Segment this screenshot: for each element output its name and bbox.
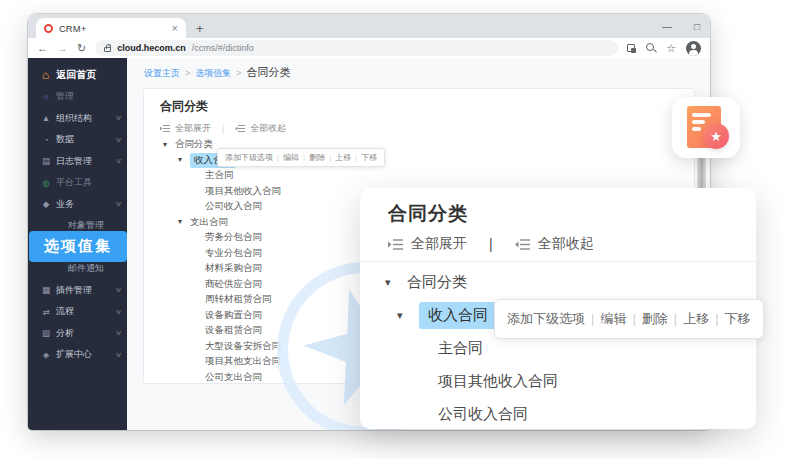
expand-all-button[interactable]: 全部展开: [175, 122, 211, 135]
node-action-button[interactable]: 下移: [351, 153, 377, 162]
sidebar-item[interactable]: ◈ 扩展中心 ∨: [28, 344, 127, 366]
back-button[interactable]: ←: [37, 43, 48, 54]
sidebar-item-label: 管理: [56, 90, 74, 103]
node-action-button[interactable]: 添加下级选项: [507, 311, 585, 326]
tree-node-label: 收入合同: [419, 302, 497, 329]
sidebar-item-label: 日志管理: [56, 155, 92, 168]
expand-all-icon: [160, 124, 170, 133]
zoom-icon[interactable]: [646, 43, 656, 53]
node-action-button[interactable]: 删除: [299, 153, 325, 162]
sidebar-item-label: 平台工具: [56, 176, 92, 189]
tree-expand-arrow-icon[interactable]: ▾: [397, 310, 411, 321]
forward-button[interactable]: →: [57, 43, 68, 54]
collapse-all-icon: [235, 124, 245, 133]
sidebar-item[interactable]: ▤ 日志管理 ∨: [28, 151, 127, 173]
tree-node-label: 合同分类: [407, 273, 467, 292]
tree-node-label: 合同分类: [175, 138, 213, 151]
page-title: 合同分类: [160, 98, 208, 115]
feature-icon-card: ★: [672, 97, 740, 158]
tree-node-label: 支出合同: [190, 216, 228, 229]
collapse-all-button[interactable]: 全部收起: [538, 235, 594, 253]
window-minimize-button[interactable]: —: [662, 21, 672, 32]
tree-node-label: 材料采购合同: [205, 262, 262, 275]
tree-node[interactable]: ▾ 主合同: [160, 168, 686, 184]
collapse-all-button[interactable]: 全部收起: [250, 122, 286, 135]
sidebar-item[interactable]: ▦ 插件管理 ∨: [28, 280, 127, 302]
chevron-down-icon: ∨: [115, 200, 122, 208]
tree-node-label: 公司收入合同: [205, 200, 262, 213]
breadcrumb: 设置主页 > 选项值集 > 合同分类: [144, 65, 291, 80]
tree-node[interactable]: ▾ 公司收入合同: [360, 398, 756, 431]
org-structure-icon: ▲: [40, 114, 52, 123]
node-action-button[interactable]: 添加下级选项: [225, 153, 273, 162]
node-action-button[interactable]: 编辑: [273, 153, 299, 162]
sidebar-item[interactable]: ◆ 业务 ∨: [28, 194, 127, 216]
tree-node-label: 商砼供应合同: [205, 278, 262, 291]
controls-divider: |: [222, 124, 224, 134]
collapse-all-icon: [515, 238, 530, 251]
sidebar-item[interactable]: ○ 管理 ∨: [28, 86, 127, 108]
node-action-toolbar: 添加下级选项编辑删除上移下移: [494, 299, 764, 339]
breadcrumb-separator: >: [236, 68, 241, 78]
crm-favicon-icon: [44, 24, 53, 33]
node-action-button[interactable]: 删除: [626, 311, 667, 326]
tree-expand-arrow-icon[interactable]: ▾: [385, 277, 399, 288]
expand-all-button[interactable]: 全部展开: [411, 235, 467, 253]
url-host: cloud.hecom.cn: [117, 43, 186, 53]
tree-node-label: 劳务分包合同: [205, 231, 262, 244]
sidebar-item[interactable]: ◔ 数据 ∨: [28, 129, 127, 151]
url-field[interactable]: cloud.hecom.cn/ccms/#/dictinfo: [95, 40, 618, 56]
workflow-icon: ⇄: [40, 308, 52, 317]
chevron-down-icon: ∨: [115, 136, 122, 144]
node-action-button[interactable]: 上移: [325, 153, 351, 162]
profile-avatar[interactable]: [686, 41, 701, 56]
breadcrumb-link-home[interactable]: 设置主页: [144, 67, 180, 80]
chevron-down-icon: ∨: [115, 157, 122, 165]
browser-tab[interactable]: CRM+ ×: [36, 18, 186, 38]
breadcrumb-link-optionset[interactable]: 选项值集: [195, 67, 231, 80]
bookmark-star-icon[interactable]: ☆: [666, 43, 676, 54]
tree-node-label: 公司收入合同: [438, 405, 528, 424]
tree-expand-arrow-icon[interactable]: ▾: [178, 218, 187, 226]
browser-action-icon[interactable]: [627, 44, 636, 53]
extension-center-icon: ◈: [40, 351, 52, 360]
url-path: /ccms/#/dictinfo: [192, 43, 254, 53]
tree-expand-arrow-icon[interactable]: ▾: [178, 156, 187, 164]
sidebar-item-label: 扩展中心: [56, 348, 92, 361]
new-tab-button[interactable]: +: [196, 18, 204, 38]
reload-button[interactable]: ↻: [77, 43, 86, 54]
sidebar-home-label: 返回首页: [56, 68, 96, 82]
tab-close-icon[interactable]: ×: [172, 23, 178, 34]
sidebar-item-label: 流程: [56, 305, 74, 318]
tree-node-label: 周转材租赁合同: [205, 293, 272, 306]
sidebar-item-home[interactable]: ⌂ 返回首页: [28, 64, 127, 86]
star-badge-icon: ★: [703, 123, 729, 149]
chevron-down-icon: ∨: [115, 114, 122, 122]
sidebar-item[interactable]: ▧ 分析 ∨: [28, 323, 127, 345]
node-action-button[interactable]: 上移: [668, 311, 709, 326]
sidebar-item-label: 邮件通知: [68, 262, 104, 275]
panel-title: 合同分类: [388, 201, 468, 227]
tree-node[interactable]: ▾ 项目其他收入合同: [360, 365, 756, 398]
sidebar-item-label: 插件管理: [56, 284, 92, 297]
tree-node[interactable]: ▾ 合同分类: [360, 266, 756, 299]
tree-node-label: 主合同: [205, 169, 234, 182]
tree-node-label: 主合同: [438, 339, 483, 358]
sidebar-item-label: 分析: [56, 327, 74, 340]
lock-icon: [104, 47, 111, 52]
chevron-down-icon: ∨: [115, 286, 122, 294]
tree-expand-arrow-icon[interactable]: ▾: [163, 141, 172, 149]
node-action-button[interactable]: 下移: [709, 311, 750, 326]
sidebar-item[interactable]: ◎ 平台工具 ∨: [28, 172, 127, 194]
controls-divider: |: [489, 236, 493, 252]
node-action-button[interactable]: 编辑: [585, 311, 626, 326]
sidebar-item[interactable]: ⇄ 流程 ∨: [28, 301, 127, 323]
window-maximize-button[interactable]: □: [694, 21, 700, 32]
chevron-down-icon: ∨: [115, 329, 122, 337]
sidebar-item[interactable]: ▲ 组织结构 ∨: [28, 108, 127, 130]
tree-node-label: 大型设备安拆合同: [205, 340, 281, 353]
sidebar-item-label: 组织结构: [56, 112, 92, 125]
home-icon: ⌂: [42, 69, 49, 81]
sidebar-item-option-value-set-callout[interactable]: 选项值集: [29, 231, 127, 262]
analysis-icon: ▧: [40, 329, 52, 338]
